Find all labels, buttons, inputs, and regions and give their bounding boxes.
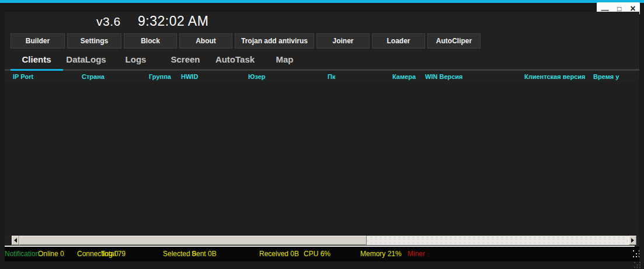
toolbar-button-builder[interactable]: Builder [11,33,65,49]
tab-autotask[interactable]: AutoTask [210,52,260,67]
main-window: v3.6 9:32:02 AM BuilderSettingsBlockAbou… [5,12,639,261]
toolbar-button-autocliper[interactable]: AutoCliper [427,33,481,49]
column-header-группа[interactable]: Группа [149,72,181,82]
toolbar-button-trojan-add-antivirus[interactable]: Trojan add antivirus [235,33,314,49]
scrollbar-thumb[interactable] [19,236,367,245]
toolbar-button-loader[interactable]: Loader [372,33,425,49]
column-header-hwid[interactable]: HWID [181,72,248,82]
column-header-страна[interactable]: Страна [82,72,149,82]
scroll-left-button[interactable] [12,236,19,245]
status-sent: Sent 0B [192,247,217,261]
clients-table-body [5,82,639,236]
tab-logs[interactable]: Logs [111,52,161,67]
resize-grip-icon[interactable] [633,250,634,251]
column-header-пк[interactable]: Пк [328,72,392,82]
tab-map[interactable]: Map [260,52,309,67]
toolbar-button-settings[interactable]: Settings [67,33,121,49]
toolbar-button-about[interactable]: About [179,33,232,49]
scrollbar-track[interactable] [367,236,629,245]
scroll-left-arrow-icon [12,238,17,243]
column-header-время-у[interactable]: Время у [593,72,639,82]
toolbar: BuilderSettingsBlockAboutTrojan add anti… [11,33,481,49]
toolbar-button-joiner[interactable]: Joiner [316,33,370,49]
clients-table-header: IP PortСтранаГруппаHWIDЮзерПкКамераWIN В… [5,72,639,82]
clock: 9:32:02 AM [138,13,208,29]
scroll-right-button[interactable] [629,236,636,245]
app-version: v3.6 [96,15,121,29]
window-top-accent-strip [0,0,644,3]
status-notification: Notification [5,247,39,261]
column-header-юзер[interactable]: Юзер [248,72,328,82]
status-memory: Memory 21% [360,247,402,261]
tab-clients[interactable]: Clients [12,52,61,67]
column-header-клиентская-версия[interactable]: Клиентская версия [524,72,593,82]
column-header-win-версия[interactable]: WIN Версия [425,72,524,82]
horizontal-scrollbar[interactable] [12,236,636,245]
status-online: Online 0 [38,247,64,261]
tab-datalogs[interactable]: DataLogs [61,52,111,67]
tab-divider [5,69,639,71]
tab-screen[interactable]: Screen [161,52,210,67]
status-miner: Miner [408,247,425,261]
tab-bar: ClientsDataLogsLogsScreenAutoTaskMap [12,52,309,67]
status-cpu: CPU 6% [304,247,330,261]
status-total: Total 79 [101,247,126,261]
scroll-right-arrow-icon [631,238,636,243]
toolbar-button-block[interactable]: Block [124,33,177,49]
status-bar: Online 0Connecting 0Total 79Selected 0Se… [5,247,639,261]
status-received: Received 0B [259,247,299,261]
column-header-камера[interactable]: Камера [392,72,425,82]
outer-resize-grip-icon[interactable] [634,262,635,263]
column-header-ip-port[interactable]: IP Port [13,72,82,82]
active-tab-underline [11,69,63,71]
maximize-icon[interactable]: □ [617,5,621,12]
